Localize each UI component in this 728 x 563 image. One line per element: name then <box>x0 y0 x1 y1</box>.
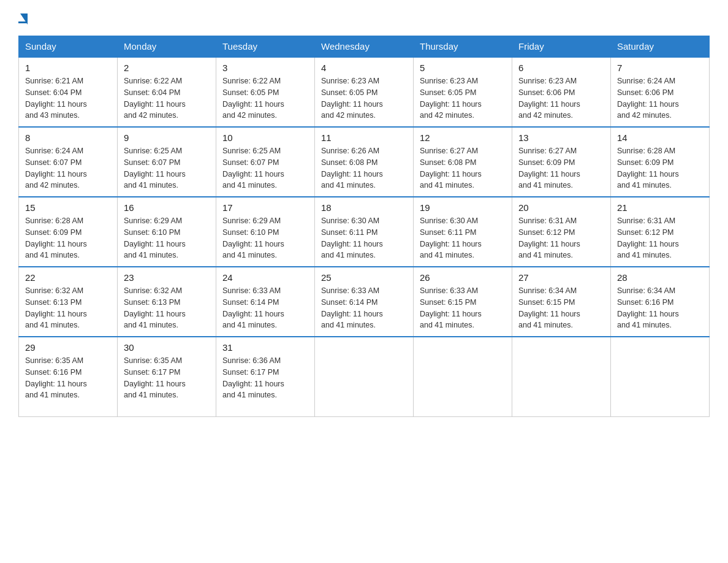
calendar-day-cell: 9 Sunrise: 6:25 AM Sunset: 6:07 PM Dayli… <box>118 127 216 197</box>
day-info: Sunrise: 6:35 AM Sunset: 6:16 PM Dayligh… <box>25 355 111 401</box>
day-info: Sunrise: 6:32 AM Sunset: 6:13 PM Dayligh… <box>124 285 210 331</box>
day-number: 15 <box>25 202 111 213</box>
day-info: Sunrise: 6:27 AM Sunset: 6:08 PM Dayligh… <box>420 145 506 191</box>
calendar-day-cell: 2 Sunrise: 6:22 AM Sunset: 6:04 PM Dayli… <box>118 57 216 127</box>
day-number: 3 <box>222 63 308 73</box>
day-number: 13 <box>518 132 604 143</box>
day-info: Sunrise: 6:32 AM Sunset: 6:13 PM Dayligh… <box>25 285 111 331</box>
day-info: Sunrise: 6:28 AM Sunset: 6:09 PM Dayligh… <box>617 145 703 191</box>
calendar-day-cell: 20 Sunrise: 6:31 AM Sunset: 6:12 PM Dayl… <box>512 197 611 267</box>
day-number: 22 <box>25 272 111 283</box>
calendar-day-cell <box>315 337 414 416</box>
day-number: 10 <box>222 132 308 143</box>
calendar-day-cell: 21 Sunrise: 6:31 AM Sunset: 6:12 PM Dayl… <box>611 197 710 267</box>
calendar-day-cell: 13 Sunrise: 6:27 AM Sunset: 6:09 PM Dayl… <box>512 127 611 197</box>
day-number: 26 <box>420 272 506 283</box>
day-number: 16 <box>124 202 210 213</box>
calendar-day-cell: 28 Sunrise: 6:34 AM Sunset: 6:16 PM Dayl… <box>611 267 710 337</box>
day-info: Sunrise: 6:24 AM Sunset: 6:06 PM Dayligh… <box>617 75 703 121</box>
day-number: 31 <box>222 342 308 353</box>
calendar-day-cell: 26 Sunrise: 6:33 AM Sunset: 6:15 PM Dayl… <box>414 267 512 337</box>
calendar-day-cell: 4 Sunrise: 6:23 AM Sunset: 6:05 PM Dayli… <box>315 57 414 127</box>
day-info: Sunrise: 6:21 AM Sunset: 6:04 PM Dayligh… <box>25 75 111 121</box>
day-info: Sunrise: 6:27 AM Sunset: 6:09 PM Dayligh… <box>518 145 604 191</box>
calendar-day-cell: 5 Sunrise: 6:23 AM Sunset: 6:05 PM Dayli… <box>414 57 512 127</box>
weekday-header-sunday: Sunday <box>19 36 118 58</box>
day-number: 29 <box>25 342 111 353</box>
calendar-day-cell: 17 Sunrise: 6:29 AM Sunset: 6:10 PM Dayl… <box>216 197 315 267</box>
day-number: 24 <box>222 272 308 283</box>
day-number: 8 <box>25 132 111 143</box>
day-number: 19 <box>420 202 506 213</box>
day-number: 21 <box>617 202 703 213</box>
day-info: Sunrise: 6:29 AM Sunset: 6:10 PM Dayligh… <box>124 215 210 261</box>
day-number: 1 <box>25 63 111 73</box>
day-number: 4 <box>321 63 407 73</box>
day-info: Sunrise: 6:26 AM Sunset: 6:08 PM Dayligh… <box>321 145 407 191</box>
calendar-day-cell: 30 Sunrise: 6:35 AM Sunset: 6:17 PM Dayl… <box>118 337 216 416</box>
calendar-day-cell: 16 Sunrise: 6:29 AM Sunset: 6:10 PM Dayl… <box>118 197 216 267</box>
day-info: Sunrise: 6:28 AM Sunset: 6:09 PM Dayligh… <box>25 215 111 261</box>
calendar-week-row: 8 Sunrise: 6:24 AM Sunset: 6:07 PM Dayli… <box>19 127 710 197</box>
calendar-day-cell: 8 Sunrise: 6:24 AM Sunset: 6:07 PM Dayli… <box>19 127 118 197</box>
day-number: 25 <box>321 272 407 283</box>
calendar-day-cell: 1 Sunrise: 6:21 AM Sunset: 6:04 PM Dayli… <box>19 57 118 127</box>
day-info: Sunrise: 6:25 AM Sunset: 6:07 PM Dayligh… <box>222 145 308 191</box>
calendar-day-cell: 22 Sunrise: 6:32 AM Sunset: 6:13 PM Dayl… <box>19 267 118 337</box>
weekday-header-tuesday: Tuesday <box>216 36 315 58</box>
day-number: 30 <box>124 342 210 353</box>
calendar-day-cell <box>512 337 611 416</box>
calendar-day-cell: 10 Sunrise: 6:25 AM Sunset: 6:07 PM Dayl… <box>216 127 315 197</box>
day-info: Sunrise: 6:23 AM Sunset: 6:06 PM Dayligh… <box>518 75 604 121</box>
logo <box>18 12 28 23</box>
calendar-day-cell <box>611 337 710 416</box>
day-info: Sunrise: 6:33 AM Sunset: 6:14 PM Dayligh… <box>222 285 308 331</box>
weekday-header-saturday: Saturday <box>611 36 710 58</box>
day-info: Sunrise: 6:30 AM Sunset: 6:11 PM Dayligh… <box>420 215 506 261</box>
calendar-day-cell: 14 Sunrise: 6:28 AM Sunset: 6:09 PM Dayl… <box>611 127 710 197</box>
calendar-day-cell: 11 Sunrise: 6:26 AM Sunset: 6:08 PM Dayl… <box>315 127 414 197</box>
logo-arrow-icon <box>20 13 28 25</box>
calendar-day-cell: 23 Sunrise: 6:32 AM Sunset: 6:13 PM Dayl… <box>118 267 216 337</box>
day-info: Sunrise: 6:34 AM Sunset: 6:16 PM Dayligh… <box>617 285 703 331</box>
day-info: Sunrise: 6:33 AM Sunset: 6:15 PM Dayligh… <box>420 285 506 331</box>
calendar-day-cell: 3 Sunrise: 6:22 AM Sunset: 6:05 PM Dayli… <box>216 57 315 127</box>
calendar-week-row: 1 Sunrise: 6:21 AM Sunset: 6:04 PM Dayli… <box>19 57 710 127</box>
day-info: Sunrise: 6:35 AM Sunset: 6:17 PM Dayligh… <box>124 355 210 401</box>
day-number: 6 <box>518 63 604 73</box>
calendar-day-cell: 7 Sunrise: 6:24 AM Sunset: 6:06 PM Dayli… <box>611 57 710 127</box>
day-info: Sunrise: 6:36 AM Sunset: 6:17 PM Dayligh… <box>222 355 308 401</box>
weekday-header-friday: Friday <box>512 36 611 58</box>
day-info: Sunrise: 6:31 AM Sunset: 6:12 PM Dayligh… <box>617 215 703 261</box>
weekday-header-monday: Monday <box>118 36 216 58</box>
page-header <box>18 12 710 23</box>
calendar-week-row: 22 Sunrise: 6:32 AM Sunset: 6:13 PM Dayl… <box>19 267 710 337</box>
day-info: Sunrise: 6:22 AM Sunset: 6:04 PM Dayligh… <box>124 75 210 121</box>
day-info: Sunrise: 6:24 AM Sunset: 6:07 PM Dayligh… <box>25 145 111 191</box>
day-number: 7 <box>617 63 703 73</box>
day-number: 23 <box>124 272 210 283</box>
day-info: Sunrise: 6:23 AM Sunset: 6:05 PM Dayligh… <box>321 75 407 121</box>
day-number: 28 <box>617 272 703 283</box>
day-number: 5 <box>420 63 506 73</box>
weekday-header-thursday: Thursday <box>414 36 512 58</box>
day-number: 14 <box>617 132 703 143</box>
day-number: 2 <box>124 63 210 73</box>
calendar-day-cell: 31 Sunrise: 6:36 AM Sunset: 6:17 PM Dayl… <box>216 337 315 416</box>
calendar-day-cell <box>414 337 512 416</box>
day-info: Sunrise: 6:25 AM Sunset: 6:07 PM Dayligh… <box>124 145 210 191</box>
calendar-day-cell: 12 Sunrise: 6:27 AM Sunset: 6:08 PM Dayl… <box>414 127 512 197</box>
calendar-day-cell: 29 Sunrise: 6:35 AM Sunset: 6:16 PM Dayl… <box>19 337 118 416</box>
calendar-day-cell: 18 Sunrise: 6:30 AM Sunset: 6:11 PM Dayl… <box>315 197 414 267</box>
calendar-day-cell: 24 Sunrise: 6:33 AM Sunset: 6:14 PM Dayl… <box>216 267 315 337</box>
weekday-header-row: SundayMondayTuesdayWednesdayThursdayFrid… <box>19 36 710 58</box>
day-info: Sunrise: 6:31 AM Sunset: 6:12 PM Dayligh… <box>518 215 604 261</box>
weekday-header-wednesday: Wednesday <box>315 36 414 58</box>
day-info: Sunrise: 6:34 AM Sunset: 6:15 PM Dayligh… <box>518 285 604 331</box>
day-info: Sunrise: 6:33 AM Sunset: 6:14 PM Dayligh… <box>321 285 407 331</box>
calendar-day-cell: 6 Sunrise: 6:23 AM Sunset: 6:06 PM Dayli… <box>512 57 611 127</box>
day-info: Sunrise: 6:29 AM Sunset: 6:10 PM Dayligh… <box>222 215 308 261</box>
calendar-day-cell: 27 Sunrise: 6:34 AM Sunset: 6:15 PM Dayl… <box>512 267 611 337</box>
day-info: Sunrise: 6:30 AM Sunset: 6:11 PM Dayligh… <box>321 215 407 261</box>
calendar-week-row: 15 Sunrise: 6:28 AM Sunset: 6:09 PM Dayl… <box>19 197 710 267</box>
